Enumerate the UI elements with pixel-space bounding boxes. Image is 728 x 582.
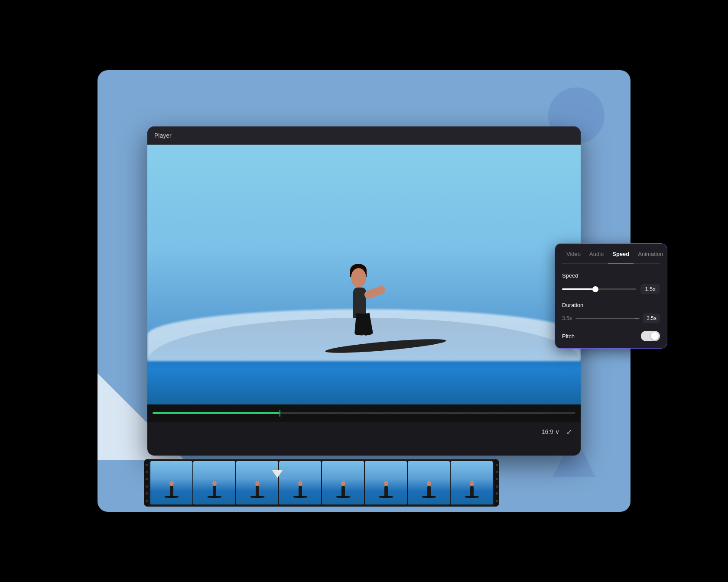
mini-surfer-head bbox=[470, 481, 474, 486]
fullscreen-button[interactable]: ⤢ bbox=[566, 428, 572, 436]
timeline-tick bbox=[533, 413, 533, 414]
timeline-tick bbox=[513, 413, 514, 414]
timeline-tick bbox=[429, 413, 429, 414]
timeline-tick bbox=[457, 413, 458, 414]
filmstrip-edge-left bbox=[144, 459, 149, 506]
mini-surfer bbox=[425, 481, 433, 498]
timeline-tick bbox=[192, 413, 193, 414]
filmstrip-container bbox=[144, 459, 499, 507]
mini-surfboard bbox=[207, 496, 222, 498]
surfer-figure bbox=[338, 231, 390, 352]
duration-arrow-icon: → bbox=[634, 315, 640, 322]
mini-surfer-head bbox=[255, 481, 260, 486]
timeline-tick bbox=[439, 413, 440, 414]
timeline-tick bbox=[416, 413, 416, 414]
timeline-tick bbox=[197, 413, 198, 414]
timeline-tick bbox=[498, 413, 499, 414]
timeline-tick bbox=[509, 413, 510, 414]
timeline-tick bbox=[446, 413, 447, 414]
mini-surfer bbox=[382, 481, 390, 498]
filmstrip-frames bbox=[149, 459, 494, 506]
timeline-tick bbox=[465, 413, 466, 414]
timeline-tick bbox=[162, 413, 163, 414]
timeline-tick bbox=[530, 413, 531, 414]
timeline-tick bbox=[435, 413, 436, 414]
timeline-tick bbox=[377, 413, 377, 414]
aspect-ratio-button[interactable]: 16:9 ∨ bbox=[542, 428, 559, 435]
filmstrip-hole bbox=[146, 471, 148, 473]
mini-surfer bbox=[296, 481, 304, 498]
timeline-tick bbox=[468, 413, 468, 414]
tab-video[interactable]: Video bbox=[562, 251, 585, 260]
speed-slider-fill bbox=[562, 288, 595, 290]
timeline-tick bbox=[223, 413, 224, 414]
speed-slider-thumb[interactable] bbox=[592, 286, 598, 292]
timeline-tick bbox=[164, 413, 165, 414]
timeline-tick bbox=[303, 413, 304, 414]
timeline-tick bbox=[340, 413, 341, 414]
timeline-tick bbox=[257, 413, 258, 414]
timeline-tick bbox=[262, 413, 263, 414]
surfer-arm bbox=[363, 285, 386, 300]
tab-animation[interactable]: Animation bbox=[634, 251, 667, 260]
timeline-tick bbox=[333, 413, 334, 414]
mini-surfer-head bbox=[169, 481, 174, 486]
timeline-tick bbox=[255, 413, 256, 414]
filmstrip-frame bbox=[451, 461, 493, 504]
mini-surfer-body bbox=[213, 486, 216, 497]
timeline-tick bbox=[281, 413, 282, 414]
timeline-tick bbox=[461, 413, 462, 414]
timeline-tick bbox=[238, 413, 239, 414]
timeline-tick bbox=[385, 413, 386, 414]
timeline-bar[interactable] bbox=[147, 404, 581, 422]
duration-end: 3.5s bbox=[643, 314, 660, 323]
timeline-tick bbox=[418, 413, 419, 414]
mini-surfer bbox=[254, 481, 261, 498]
timeline-tick bbox=[225, 413, 226, 414]
filmstrip-hole bbox=[146, 464, 148, 466]
timeline-tick bbox=[455, 413, 455, 414]
tab-speed[interactable]: Speed bbox=[608, 251, 634, 260]
tab-audio[interactable]: Audio bbox=[585, 251, 608, 260]
aspect-ratio-label: 16:9 bbox=[542, 428, 553, 435]
timeline-tick bbox=[450, 413, 451, 414]
timeline-tick bbox=[491, 413, 492, 414]
timeline-tick bbox=[229, 413, 230, 414]
timeline-tick bbox=[221, 413, 221, 414]
timeline-tick bbox=[251, 413, 252, 414]
speed-slider-container[interactable] bbox=[562, 288, 636, 290]
pitch-toggle[interactable] bbox=[641, 331, 660, 341]
timeline-tick bbox=[539, 413, 540, 414]
mini-surfboard bbox=[250, 496, 265, 498]
timeline-tick bbox=[437, 413, 438, 414]
filmstrip-frame bbox=[150, 461, 192, 504]
surfer-body bbox=[347, 266, 373, 344]
speed-slider-row: 1.5x bbox=[562, 284, 660, 294]
timeline-tick bbox=[422, 413, 423, 414]
mini-surfer bbox=[211, 481, 218, 498]
timeline-tick bbox=[320, 413, 321, 414]
timeline-tick bbox=[515, 413, 516, 414]
filmstrip-frame bbox=[279, 461, 321, 504]
mini-surfer-body bbox=[470, 486, 474, 497]
timeline-tick bbox=[214, 413, 215, 414]
timeline-tick bbox=[483, 413, 484, 414]
timeline-tick bbox=[158, 413, 159, 414]
mini-surfboard bbox=[164, 496, 179, 498]
timeline-tick bbox=[331, 413, 332, 414]
timeline-tick bbox=[316, 413, 317, 414]
mini-surfer-body bbox=[256, 486, 259, 497]
timeline-tick bbox=[357, 413, 358, 414]
timeline-track[interactable] bbox=[153, 412, 575, 414]
mini-surfer-body bbox=[341, 486, 345, 497]
timeline-tick bbox=[177, 413, 178, 414]
timeline-tick bbox=[403, 413, 403, 414]
mini-surfer-head bbox=[298, 481, 302, 486]
timeline-tick bbox=[511, 413, 512, 414]
timeline-tick bbox=[264, 413, 265, 414]
speed-slider-track[interactable] bbox=[562, 288, 636, 290]
filmstrip-edge-right bbox=[494, 459, 499, 506]
timeline-tick bbox=[208, 413, 208, 414]
timeline-tick bbox=[296, 413, 297, 414]
timeline-tick bbox=[485, 413, 486, 414]
